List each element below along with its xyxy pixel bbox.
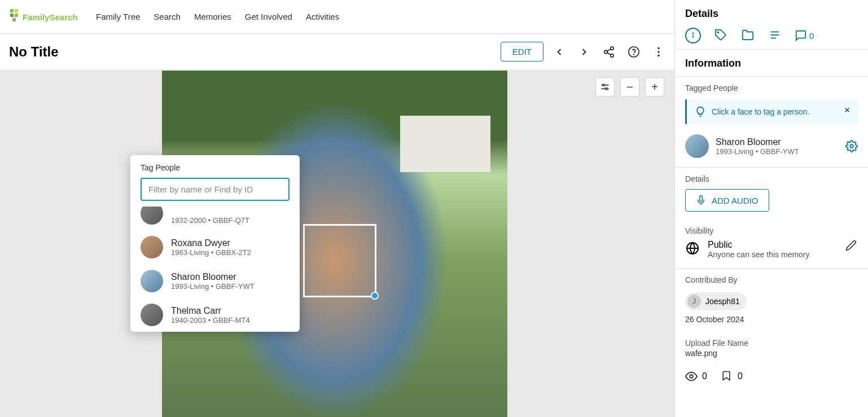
eye-icon <box>685 370 698 383</box>
zoom-controls: − + <box>595 77 664 96</box>
comments-count: 0 <box>809 31 814 41</box>
person-name: Roxana Dwyer <box>171 238 251 248</box>
tab-topics-icon[interactable] <box>768 28 782 42</box>
add-audio-button[interactable]: ADD AUDIO <box>685 189 769 212</box>
contribution-date: 26 October 2024 <box>685 315 858 324</box>
person-name: Sharon Bloomer <box>171 271 255 282</box>
svg-rect-2 <box>10 14 14 17</box>
person-meta: 1963-Living • GBBX-2T2 <box>171 248 251 257</box>
tag-suggestion-item[interactable]: Sharon Bloomer 1993-Living • GBBF-YWT <box>130 264 300 298</box>
svg-line-13 <box>607 52 611 55</box>
person-meta: 1993-Living • GBBF-YWT <box>171 282 255 291</box>
upload-filename-label: Upload File Name <box>685 334 858 348</box>
svg-line-14 <box>607 49 611 51</box>
nav-links: Family Tree Search Memories Get Involved… <box>96 12 683 21</box>
information-title: Information <box>675 50 868 77</box>
tagged-person-row[interactable]: Sharon Bloomer 1993-Living • GBBF-YWT <box>675 129 868 168</box>
contributor-name: Joesph81 <box>705 297 740 306</box>
pencil-icon[interactable] <box>845 240 858 252</box>
svg-rect-3 <box>15 14 18 17</box>
prev-arrow-icon[interactable] <box>553 45 566 59</box>
zoom-in-icon[interactable]: + <box>645 77 664 96</box>
view-count: 0 <box>702 371 707 381</box>
gear-icon[interactable] <box>845 140 858 152</box>
tag-filter-input[interactable] <box>141 178 290 201</box>
globe-icon <box>685 241 700 256</box>
lightbulb-icon <box>695 106 706 117</box>
visibility-value: Public <box>708 240 838 250</box>
svg-rect-1 <box>15 9 18 12</box>
nav-search[interactable]: Search <box>154 12 181 21</box>
stats-row: 0 0 <box>675 362 868 390</box>
svg-point-17 <box>657 47 660 49</box>
image-canvas[interactable]: − + Tag People 1932-2000 • GBBF-Q7T Roxa… <box>0 71 674 417</box>
close-tip-icon[interactable] <box>842 105 852 115</box>
contributor-chip[interactable]: J Joesph81 <box>685 292 747 310</box>
details-panel: Details 0 Information Tagged People Clic… <box>674 0 868 417</box>
zoom-out-icon[interactable]: − <box>620 77 639 96</box>
more-vert-icon[interactable] <box>652 45 665 59</box>
visibility-row: Public Anyone can see this memory <box>675 238 868 269</box>
svg-point-35 <box>690 375 693 378</box>
svg-point-16 <box>634 54 634 55</box>
visibility-desc: Anyone can see this memory <box>708 250 838 259</box>
bookmark-count: 0 <box>738 371 743 381</box>
person-avatar <box>141 236 163 258</box>
svg-point-26 <box>718 32 719 33</box>
tagged-person-meta: 1993-Living • GBBF-YWT <box>716 147 839 156</box>
svg-text:FamilySearch: FamilySearch <box>23 12 78 22</box>
nav-memories[interactable]: Memories <box>194 12 231 21</box>
person-avatar <box>141 270 163 292</box>
tagged-person-avatar <box>685 134 709 158</box>
svg-rect-0 <box>10 9 14 12</box>
edit-button[interactable]: EDIT <box>501 42 543 62</box>
familysearch-logo[interactable]: FamilySearch <box>9 8 82 26</box>
svg-point-32 <box>850 144 853 148</box>
memory-toolbar: No Title EDIT <box>0 34 674 70</box>
tag-suggestion-list[interactable]: 1932-2000 • GBBF-Q7T Roxana Dwyer 1963-L… <box>130 207 300 332</box>
adjust-icon[interactable] <box>595 77 615 96</box>
svg-point-18 <box>657 51 660 53</box>
person-avatar <box>141 207 163 225</box>
help-circle-icon[interactable] <box>627 45 641 59</box>
share-icon[interactable] <box>602 45 616 59</box>
page-title: No Title <box>9 44 492 60</box>
nav-get-involved[interactable]: Get Involved <box>245 12 292 21</box>
svg-point-22 <box>603 84 604 86</box>
nav-family-tree[interactable]: Family Tree <box>96 12 140 21</box>
tab-folder-icon[interactable] <box>740 28 755 42</box>
face-resize-handle[interactable] <box>371 292 379 300</box>
person-meta: 1932-2000 • GBBF-Q7T <box>171 216 249 225</box>
svg-point-23 <box>606 88 607 90</box>
person-avatar <box>141 304 163 326</box>
svg-point-19 <box>657 54 660 56</box>
visibility-label: Visibility <box>675 220 868 238</box>
tag-suggestion-item[interactable]: Thelma Carr 1940-2003 • GBBF-MT4 <box>130 298 300 332</box>
tag-tip-banner: Click a face to tag a person. <box>685 99 858 124</box>
next-arrow-icon[interactable] <box>577 45 591 59</box>
contributor-avatar: J <box>687 295 701 308</box>
tab-comments[interactable]: 0 <box>795 28 814 43</box>
svg-rect-4 <box>12 18 16 21</box>
person-meta: 1940-2003 • GBBF-MT4 <box>171 316 250 324</box>
nav-activities[interactable]: Activities <box>306 12 339 21</box>
face-tag-box[interactable] <box>303 224 376 297</box>
tagged-person-name: Sharon Bloomer <box>716 137 839 147</box>
details-section-label: Details <box>675 168 868 186</box>
svg-point-10 <box>611 46 614 50</box>
details-header: Details <box>675 0 868 25</box>
details-tabs: 0 <box>675 25 868 50</box>
svg-point-11 <box>604 50 608 54</box>
tag-popup-title: Tag People <box>130 163 300 178</box>
tab-tag-icon[interactable] <box>713 28 728 42</box>
svg-point-25 <box>692 33 693 33</box>
upload-filename: wafe.png <box>685 349 858 358</box>
svg-point-12 <box>611 54 614 57</box>
microphone-icon <box>696 195 706 205</box>
tab-info-icon[interactable] <box>685 28 701 43</box>
tagged-people-label: Tagged People <box>675 77 868 95</box>
bookmark-icon <box>721 370 733 383</box>
tip-text: Click a face to tag a person. <box>712 107 810 116</box>
tag-suggestion-item[interactable]: Roxana Dwyer 1963-Living • GBBX-2T2 <box>130 230 300 264</box>
tag-suggestion-item[interactable]: 1932-2000 • GBBF-Q7T <box>130 210 300 230</box>
